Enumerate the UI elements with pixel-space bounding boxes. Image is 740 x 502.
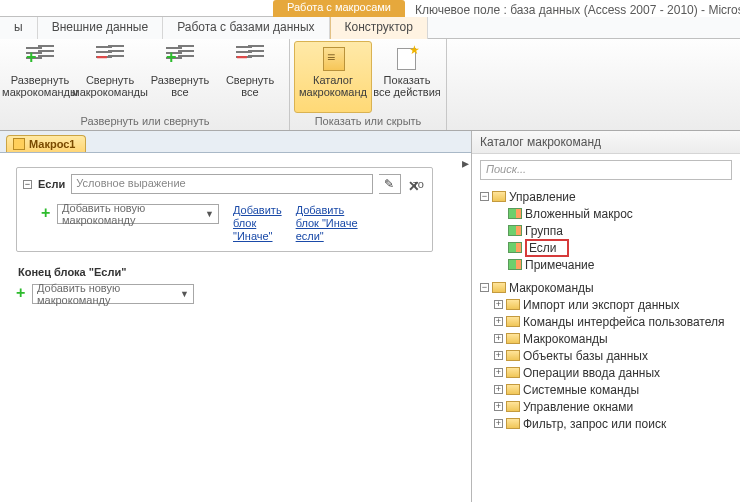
add-else-link[interactable]: Добавить блок "Иначе" (233, 204, 282, 243)
window-titlebar: Работа с макросами Ключевое поле : база … (0, 0, 740, 17)
folder-icon (506, 418, 520, 429)
tree-label: Операции ввода данных (523, 366, 660, 380)
tree-toggle[interactable]: + (494, 351, 503, 360)
expand-icon (24, 45, 56, 71)
catalog-search-input[interactable]: Поиск... (480, 160, 732, 180)
tree-item[interactable]: +Команды интерфейса пользователя (494, 313, 736, 330)
show-all-actions-button[interactable]: Показатьвсе действия (372, 41, 442, 113)
if-label: Если (38, 178, 65, 190)
collapse-all-icon (234, 45, 266, 71)
tree-toggle[interactable]: − (480, 283, 489, 292)
expand-commands-l2: макрокоманды (2, 86, 78, 98)
collapse-all-l2: все (241, 86, 258, 98)
plus-icon: + (41, 208, 53, 220)
outer-add-command-row: + Добавить новую макрокоманду ▼ (16, 284, 461, 304)
expand-all-icon (164, 45, 196, 71)
tree-toggle[interactable]: + (494, 300, 503, 309)
tree-node-commands[interactable]: − Макрокоманды (480, 279, 736, 296)
collapse-commands-button[interactable]: Свернутьмакрокоманды (75, 41, 145, 113)
contextual-tab[interactable]: Работа с макросами (273, 0, 405, 17)
macro-icon (13, 138, 25, 150)
tree-item-if[interactable]: Если (508, 239, 736, 256)
tree-node-flow[interactable]: − Управление (480, 188, 736, 205)
catalog-l2: макрокоманд (299, 86, 367, 98)
editor-chevron-icon[interactable]: ▸ (462, 155, 469, 171)
tab-partial[interactable]: ы (0, 17, 38, 39)
add-command-placeholder: Добавить новую макрокоманду (62, 202, 205, 226)
condition-expression-input[interactable]: Условное выражение (71, 174, 373, 194)
tree-toggle[interactable]: + (494, 368, 503, 377)
tree-label: Вложенный макрос (525, 207, 633, 221)
expand-commands-button[interactable]: Развернутьмакрокоманды (5, 41, 75, 113)
tree-label: Управление окнами (523, 400, 633, 414)
flow-icon (508, 225, 522, 236)
tab-designer[interactable]: Конструктор (330, 17, 428, 39)
plus-icon: + (16, 288, 28, 300)
if-header: − Если Условное выражение ✎ то (23, 174, 424, 194)
tree-toggle[interactable]: − (480, 192, 489, 201)
tree-item-comment[interactable]: Примечание (508, 256, 736, 273)
collapse-icon (94, 45, 126, 71)
tree-toggle[interactable]: + (494, 385, 503, 394)
document-tabs: Макрос1 (0, 131, 471, 153)
tree-item[interactable]: +Системные команды (494, 381, 736, 398)
document-tab-label: Макрос1 (29, 138, 75, 150)
flow-icon (508, 242, 522, 253)
window-title: Ключевое поле : база данных (Access 2007… (405, 3, 740, 17)
folder-icon (506, 333, 520, 344)
expression-builder-button[interactable]: ✎ (379, 174, 401, 194)
expand-all-button[interactable]: Развернутьвсе (145, 41, 215, 113)
macro-catalog-button[interactable]: Каталогмакрокоманд (294, 41, 372, 113)
end-if-label: Конец блока "Если" (18, 266, 461, 278)
tree-item[interactable]: +Фильтр, запрос или поиск (494, 415, 736, 432)
tree-item[interactable]: +Управление окнами (494, 398, 736, 415)
ribbon-tabs: ы Внешние данные Работа с базами данных … (0, 17, 740, 39)
expand-all-l2: все (171, 86, 188, 98)
tree-item-submacro[interactable]: Вложенный макрос (508, 205, 736, 222)
tree-item-group[interactable]: Группа (508, 222, 736, 239)
tree-toggle[interactable]: + (494, 402, 503, 411)
ribbon-group-expand-collapse: Развернутьмакрокоманды Свернутьмакрокома… (1, 39, 290, 130)
catalog-title: Каталог макрокоманд (472, 131, 740, 154)
add-elseif-link[interactable]: Добавить блок "Иначе если" (296, 204, 358, 243)
document-tab-macro1[interactable]: Макрос1 (6, 135, 86, 152)
folder-icon (492, 191, 506, 202)
tree-item[interactable]: +Объекты базы данных (494, 347, 736, 364)
collapse-all-l1: Свернуть (226, 74, 274, 86)
tree-label: Системные команды (523, 383, 639, 397)
delete-block-button[interactable]: ✕ (408, 178, 420, 194)
tree-toggle[interactable]: + (494, 334, 503, 343)
tree-label: Управление (509, 190, 576, 204)
tabs-tail (428, 17, 740, 39)
tree-label: Макрокоманды (509, 281, 594, 295)
add-command-combo[interactable]: Добавить новую макрокоманду ▼ (57, 204, 219, 224)
tree-item[interactable]: +Импорт или экспорт данных (494, 296, 736, 313)
tree-toggle[interactable]: + (494, 317, 503, 326)
outer-add-command-combo[interactable]: Добавить новую макрокоманду ▼ (32, 284, 194, 304)
tab-database-tools[interactable]: Работа с базами данных (163, 17, 329, 39)
tree-label: Макрокоманды (523, 332, 608, 346)
macro-editor: Макрос1 ▸ ✕ − Если Условное выражение ✎ … (0, 131, 472, 502)
tree-item[interactable]: +Операции ввода данных (494, 364, 736, 381)
tree-toggle[interactable]: + (494, 419, 503, 428)
tree-item[interactable]: +Макрокоманды (494, 330, 736, 347)
dropdown-icon: ▼ (180, 289, 189, 299)
workspace: Макрос1 ▸ ✕ − Если Условное выражение ✎ … (0, 131, 740, 502)
tab-external-data[interactable]: Внешние данные (38, 17, 164, 39)
collapse-toggle[interactable]: − (23, 180, 32, 189)
ribbon-group-show-hide: Каталогмакрокоманд Показатьвсе действия … (290, 39, 447, 130)
show-all-icon (391, 45, 423, 71)
catalog-icon (317, 45, 349, 71)
folder-icon (506, 299, 520, 310)
collapse-commands-l2: макрокоманды (72, 86, 148, 98)
expand-commands-l1: Развернуть (11, 74, 69, 86)
outer-add-command-placeholder: Добавить новую макрокоманду (37, 282, 180, 306)
editor-body: ▸ ✕ − Если Условное выражение ✎ то + Доб… (0, 153, 471, 502)
group-caption-expand: Развернуть или свернуть (5, 113, 285, 130)
flow-icon (508, 259, 522, 270)
if-block: ✕ − Если Условное выражение ✎ то + Добав… (16, 167, 433, 252)
tree-label: Примечание (525, 258, 594, 272)
collapse-commands-l1: Свернуть (86, 74, 134, 86)
dropdown-icon: ▼ (205, 209, 214, 219)
collapse-all-button[interactable]: Свернутьвсе (215, 41, 285, 113)
